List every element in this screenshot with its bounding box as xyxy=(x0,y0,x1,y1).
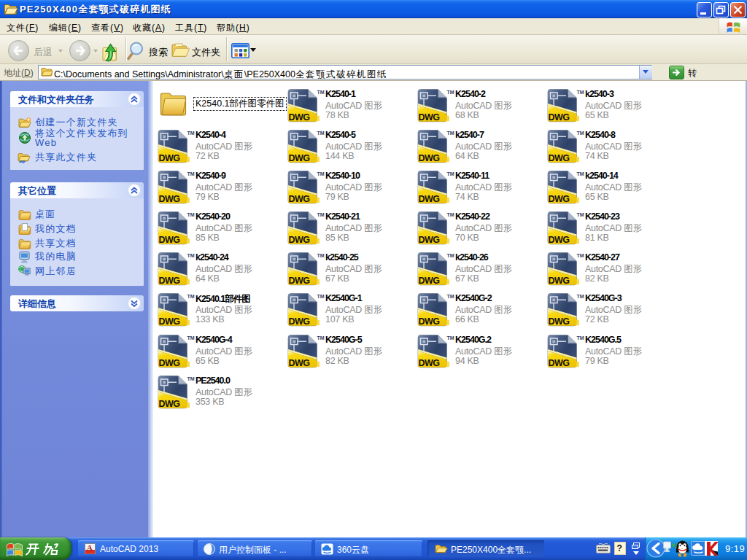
svg-text:A: A xyxy=(87,543,93,553)
